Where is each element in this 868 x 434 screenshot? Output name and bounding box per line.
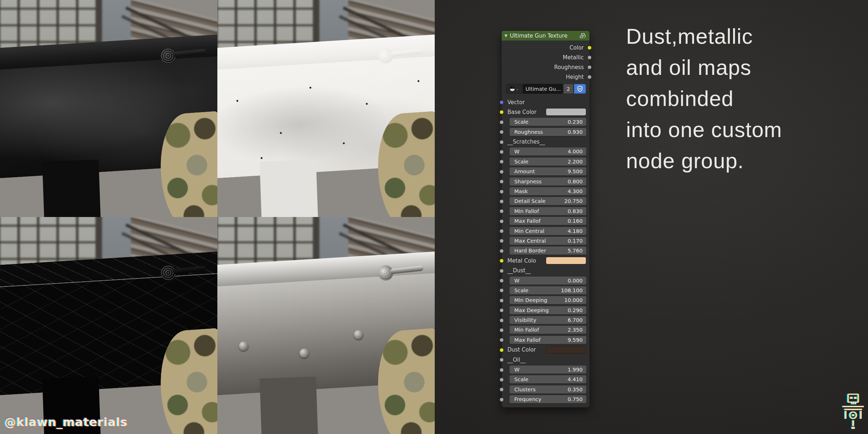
value-slider[interactable]: Min Deeping 10.000 [510, 296, 586, 304]
input-socket-icon[interactable] [499, 199, 504, 204]
screenshot-stage: ▼ Ultimate Gun Texture Color Metallic Ro… [0, 0, 868, 434]
value-slider[interactable]: Amount 9.500 [510, 167, 586, 175]
value-slider[interactable]: Scale 108.100 [510, 286, 586, 294]
input-socket-icon[interactable] [499, 298, 504, 303]
value-slider[interactable]: W 4.000 [510, 148, 586, 156]
input-label: Dust Color [502, 346, 536, 353]
collapse-triangle-icon[interactable]: ▼ [505, 34, 507, 38]
rivet [239, 341, 249, 351]
fake-user-toggle[interactable] [574, 84, 586, 94]
input-socket-icon[interactable] [499, 130, 504, 134]
input-socket-icon[interactable] [499, 239, 504, 243]
caption-text: Dust,metallicand oil mapscombindedinto o… [626, 21, 782, 176]
value-slider[interactable]: Clusters 0.350 [510, 386, 586, 393]
value-slider[interactable]: Scale 4.410 [510, 375, 586, 383]
preview-metallic-map [0, 0, 217, 217]
input-socket-icon[interactable] [499, 368, 504, 372]
slider-label: Max Central [514, 238, 546, 244]
input-socket-icon[interactable] [499, 387, 504, 392]
node-input-row: Max Central Max Central 0.170 [502, 236, 590, 246]
output-label: Color [570, 44, 584, 51]
input-socket-icon[interactable] [499, 278, 504, 283]
output-socket-icon[interactable] [587, 65, 592, 69]
slider-value: 9.500 [567, 169, 583, 174]
color-swatch[interactable] [546, 108, 586, 116]
slider-value: 4.410 [567, 376, 583, 382]
value-slider[interactable]: Mask 4.300 [510, 187, 586, 195]
input-socket-icon[interactable] [499, 249, 504, 253]
gun-magazine-shape [42, 159, 101, 217]
shield-check-icon [577, 86, 583, 92]
value-slider[interactable]: Sharpness 0.800 [510, 178, 586, 186]
slider-label: Detail Scale [514, 198, 545, 204]
gun-magazine-shape [260, 159, 319, 217]
input-socket-icon[interactable] [499, 179, 504, 184]
input-socket-icon[interactable] [499, 170, 504, 174]
value-slider[interactable]: Min Fallof 2.350 [510, 326, 586, 334]
node-input-row: Hard Border Hard Border 5.760 [502, 246, 590, 256]
input-socket-icon[interactable] [499, 328, 504, 332]
color-swatch[interactable] [546, 346, 586, 354]
node-title: Ultimate Gun Texture [510, 33, 577, 39]
input-socket-icon[interactable] [499, 229, 504, 233]
node-input-row: __Oil__ __Oil__ [502, 355, 590, 365]
gun-render [0, 217, 217, 434]
image-name-field[interactable]: Ultimate Gu... [523, 84, 563, 94]
output-socket-icon[interactable] [587, 75, 592, 79]
input-socket-icon[interactable] [499, 120, 504, 124]
node-input-row: Min Fallof Min Fallof 0.830 [502, 206, 590, 216]
preview-dust-render [217, 217, 435, 434]
value-slider[interactable]: Max Central 0.170 [510, 237, 586, 245]
value-slider[interactable]: Scale 2.200 [510, 158, 586, 166]
input-socket-icon[interactable] [499, 348, 504, 352]
slider-value: 0.800 [567, 179, 583, 184]
input-socket-icon[interactable] [499, 219, 504, 224]
browse-image-button[interactable]: ⌄ [506, 84, 522, 94]
input-socket-icon[interactable] [499, 397, 504, 402]
node-output-row: Metallic [502, 52, 590, 62]
input-socket-icon[interactable] [499, 308, 504, 312]
node-header[interactable]: ▼ Ultimate Gun Texture [502, 31, 590, 41]
value-slider[interactable]: Max Fallof 9.590 [510, 336, 586, 344]
input-socket-icon[interactable] [499, 150, 504, 154]
node-input-row: Max Fallof Max Fallof 9.590 [502, 335, 590, 345]
slider-value: 6.700 [567, 317, 583, 323]
input-socket-icon[interactable] [499, 140, 504, 144]
output-socket-icon[interactable] [587, 46, 592, 50]
slider-value: 108.100 [561, 288, 583, 293]
color-swatch[interactable] [546, 257, 586, 264]
value-slider[interactable]: Detail Scale 20.750 [510, 197, 586, 205]
value-slider[interactable]: Min Central 4.180 [510, 227, 586, 235]
rivet [353, 330, 363, 340]
value-slider[interactable]: W 1.990 [510, 366, 586, 374]
value-slider[interactable]: Max Deeping 0.290 [510, 306, 586, 314]
input-socket-icon[interactable] [499, 338, 504, 342]
value-slider[interactable]: Visibility 6.700 [510, 316, 586, 324]
slider-value: 1.990 [567, 367, 583, 373]
node-input-row: Max Deeping Max Deeping 0.290 [502, 305, 590, 315]
input-socket-icon[interactable] [499, 269, 504, 273]
value-slider[interactable]: Roughness 0.930 [510, 128, 586, 136]
input-socket-icon[interactable] [499, 100, 504, 105]
input-socket-icon[interactable] [499, 209, 504, 213]
image-icon [509, 86, 515, 92]
image-users-count[interactable]: 2 [563, 84, 573, 94]
value-slider[interactable]: W 0.000 [510, 277, 586, 285]
watermark-handle: @klawn_materials [4, 415, 127, 429]
input-socket-icon[interactable] [499, 190, 504, 194]
value-slider[interactable]: Hard Border 5.760 [510, 247, 586, 255]
node-input-row: Amount Amount 9.500 [502, 167, 590, 176]
chevron-down-icon: ⌄ [516, 87, 519, 91]
value-slider[interactable]: Max Fallof 0.160 [510, 217, 586, 225]
value-slider[interactable]: Frequency 0.750 [510, 395, 586, 403]
output-socket-icon[interactable] [587, 55, 592, 60]
value-slider[interactable]: Scale 0.230 [510, 118, 586, 126]
rivet [299, 348, 309, 358]
input-socket-icon[interactable] [499, 288, 504, 293]
node-ultimate-gun-texture[interactable]: ▼ Ultimate Gun Texture Color Metallic Ro… [501, 30, 590, 408]
value-slider[interactable]: Min Fallof 0.830 [510, 207, 586, 215]
caption-line: and oil maps [626, 52, 782, 83]
input-socket-icon[interactable] [499, 159, 504, 164]
input-socket-icon[interactable] [499, 378, 504, 382]
input-socket-icon[interactable] [499, 318, 504, 323]
